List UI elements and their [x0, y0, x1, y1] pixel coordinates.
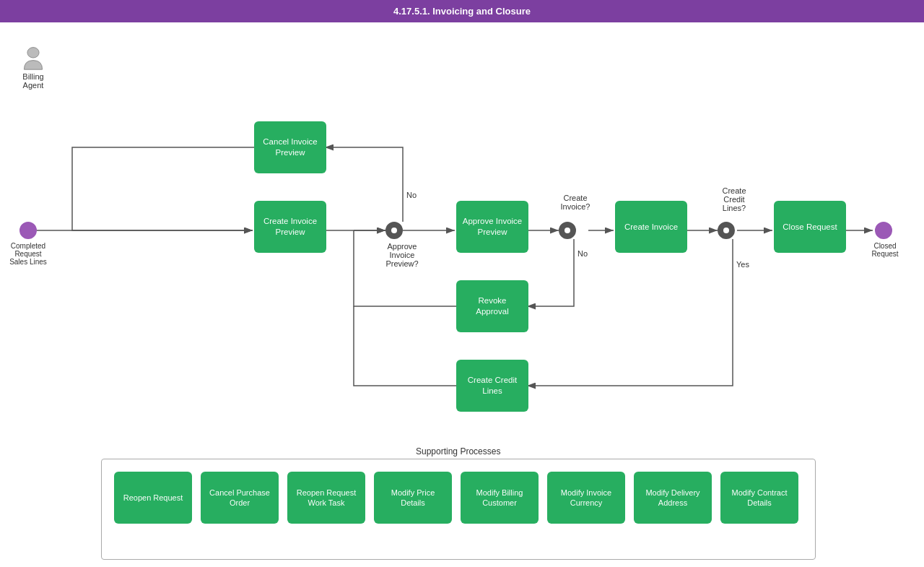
svg-text:No: No — [578, 249, 588, 258]
cancel-invoice-preview[interactable]: Cancel InvoicePreview — [254, 121, 326, 173]
start-event-label: CompletedRequestSales Lines — [3, 242, 53, 266]
modify-invoice-currency[interactable]: Modify InvoiceCurrency — [547, 472, 625, 524]
approve-invoice-preview[interactable]: Approve InvoicePreview — [456, 201, 528, 253]
modify-price-details[interactable]: Modify PriceDetails — [374, 472, 452, 524]
gateway-credit-lines — [718, 222, 735, 239]
create-invoice-preview[interactable]: Create InvoicePreview — [254, 201, 326, 253]
gateway-credit-lines-label: CreateCreditLines? — [709, 186, 759, 212]
modify-delivery-address[interactable]: Modify DeliveryAddress — [634, 472, 712, 524]
gateway-approve — [385, 222, 403, 239]
supporting-processes-label: Supporting Processes — [416, 446, 500, 456]
reopen-request-work-task[interactable]: Reopen RequestWork Task — [287, 472, 365, 524]
reopen-request[interactable]: Reopen Request — [114, 472, 192, 524]
svg-text:No: No — [406, 191, 417, 199]
revoke-approval[interactable]: RevokeApproval — [456, 280, 528, 332]
gateway-create-invoice — [559, 222, 576, 239]
svg-text:Yes: Yes — [736, 260, 749, 269]
cancel-purchase-order[interactable]: Cancel PurchaseOrder — [201, 472, 279, 524]
svg-point-13 — [27, 48, 39, 58]
create-credit-lines[interactable]: Create CreditLines — [456, 360, 528, 412]
page-title: 4.17.5.1. Invoicing and Closure — [0, 0, 924, 22]
diagram-area: 4.17.5.1. Invoicing and Closure No No — [0, 0, 924, 567]
actor-icon — [20, 45, 46, 71]
gateway-create-invoice-label: CreateInvoice? — [550, 194, 601, 211]
end-event-label: ClosedRequest — [863, 242, 907, 258]
end-event — [875, 222, 892, 239]
create-invoice[interactable]: Create Invoice — [615, 201, 687, 253]
gateway-approve-label: ApproveInvoicePreview? — [377, 242, 427, 268]
billing-agent: BillingAgent — [10, 45, 56, 90]
modify-billing-customer[interactable]: Modify BillingCustomer — [461, 472, 539, 524]
modify-contract-details[interactable]: Modify ContractDetails — [720, 472, 798, 524]
start-event — [19, 222, 37, 239]
close-request[interactable]: Close Request — [774, 201, 846, 253]
actor-label: BillingAgent — [22, 72, 43, 90]
